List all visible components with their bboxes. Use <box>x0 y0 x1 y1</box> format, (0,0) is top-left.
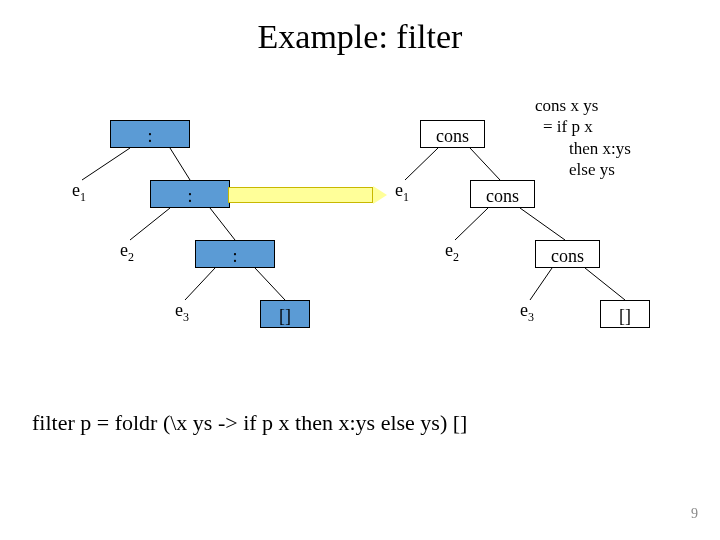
svg-line-5 <box>255 268 285 300</box>
svg-line-11 <box>585 268 625 300</box>
right-nil: [] <box>600 300 650 328</box>
filter-definition: filter p = foldr (\x ys -> if p x then x… <box>32 410 467 436</box>
svg-line-3 <box>210 208 235 240</box>
left-leaf-e2: e2 <box>120 240 134 265</box>
page-number: 9 <box>691 506 698 522</box>
svg-line-0 <box>82 148 130 180</box>
transform-arrow-head <box>373 186 387 204</box>
transform-arrow-body <box>228 187 373 203</box>
right-node-2: cons <box>470 180 535 208</box>
tree-edges <box>0 0 720 540</box>
left-node-1: : <box>110 120 190 148</box>
right-leaf-e3: e3 <box>520 300 534 325</box>
slide-title: Example: filter <box>0 18 720 56</box>
svg-line-2 <box>130 208 170 240</box>
left-leaf-e1: e1 <box>72 180 86 205</box>
cons-definition: cons x ys = if p x then x:ys else ys <box>535 95 631 180</box>
left-node-3: : <box>195 240 275 268</box>
svg-line-1 <box>170 148 190 180</box>
svg-line-9 <box>520 208 565 240</box>
right-leaf-e1: e1 <box>395 180 409 205</box>
code-line-1: cons x ys <box>535 95 631 116</box>
code-line-4: else ys <box>535 159 631 180</box>
right-node-1: cons <box>420 120 485 148</box>
svg-line-4 <box>185 268 215 300</box>
svg-line-6 <box>405 148 438 180</box>
code-line-2: = if p x <box>535 116 631 137</box>
left-leaf-e3: e3 <box>175 300 189 325</box>
right-leaf-e2: e2 <box>445 240 459 265</box>
left-node-2: : <box>150 180 230 208</box>
code-line-3: then x:ys <box>535 138 631 159</box>
left-nil: [] <box>260 300 310 328</box>
svg-line-8 <box>455 208 488 240</box>
svg-line-7 <box>470 148 500 180</box>
right-node-3: cons <box>535 240 600 268</box>
svg-line-10 <box>530 268 552 300</box>
